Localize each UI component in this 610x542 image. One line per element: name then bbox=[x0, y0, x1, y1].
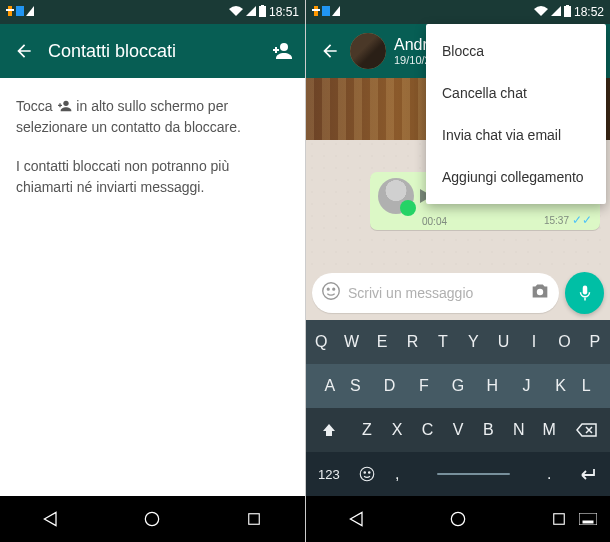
svg-marker-15 bbox=[332, 6, 340, 16]
mic-button[interactable] bbox=[565, 272, 604, 314]
key-m[interactable]: M bbox=[534, 408, 564, 452]
svg-rect-30 bbox=[554, 514, 565, 525]
voice-duration: 00:04 bbox=[422, 216, 447, 227]
app-bar-blocked: Contatti bloccati bbox=[0, 24, 305, 78]
svg-point-10 bbox=[146, 512, 159, 525]
key-v[interactable]: V bbox=[443, 408, 473, 452]
comma-key[interactable]: , bbox=[382, 452, 412, 496]
enter-key[interactable] bbox=[564, 452, 610, 496]
svg-rect-18 bbox=[566, 5, 569, 6]
notif-icon bbox=[332, 5, 340, 19]
nav-home-icon[interactable] bbox=[446, 507, 470, 531]
menu-item-add-shortcut[interactable]: Aggiungi collegamento bbox=[426, 156, 606, 198]
keyboard: QWERTYUIOP ASDFGHJKL ZXCVBNM 123 , . bbox=[306, 320, 610, 496]
nav-home-icon[interactable] bbox=[140, 507, 164, 531]
key-h[interactable]: H bbox=[475, 364, 509, 408]
keyboard-row: 123 , . bbox=[306, 452, 610, 496]
svg-rect-37 bbox=[583, 521, 593, 523]
signal-icon bbox=[551, 5, 561, 19]
status-time: 18:51 bbox=[269, 5, 299, 19]
key-e[interactable]: E bbox=[367, 320, 397, 364]
back-arrow-icon[interactable] bbox=[318, 39, 342, 63]
key-f[interactable]: F bbox=[407, 364, 441, 408]
read-receipt-icon: ✓✓ bbox=[572, 213, 592, 227]
svg-point-27 bbox=[368, 472, 370, 474]
svg-rect-6 bbox=[261, 5, 264, 6]
add-person-icon[interactable] bbox=[269, 39, 293, 63]
nav-recent-icon[interactable] bbox=[242, 507, 266, 531]
space-key[interactable] bbox=[412, 452, 534, 496]
page-title: Contatti bloccati bbox=[48, 41, 257, 62]
svg-marker-28 bbox=[350, 512, 362, 525]
notif-icon bbox=[6, 5, 14, 19]
key-t[interactable]: T bbox=[428, 320, 458, 364]
keyboard-switch-icon[interactable] bbox=[576, 507, 600, 531]
key-r[interactable]: R bbox=[397, 320, 427, 364]
status-bar: 18:52 bbox=[306, 0, 610, 24]
svg-marker-24 bbox=[323, 424, 335, 436]
backspace-key[interactable] bbox=[564, 408, 610, 452]
key-d[interactable]: D bbox=[373, 364, 407, 408]
message-time: 15:37 bbox=[544, 215, 569, 226]
battery-icon bbox=[564, 5, 571, 20]
menu-item-clear-chat[interactable]: Cancella chat bbox=[426, 72, 606, 114]
message-input-row bbox=[306, 268, 610, 320]
key-s[interactable]: S bbox=[338, 364, 372, 408]
nav-back-icon[interactable] bbox=[345, 507, 369, 531]
svg-rect-23 bbox=[584, 298, 586, 301]
blocked-body: Tocca in alto sullo schermo per selezion… bbox=[0, 78, 305, 234]
numbers-key[interactable]: 123 bbox=[306, 452, 352, 496]
key-w[interactable]: W bbox=[336, 320, 366, 364]
key-j[interactable]: J bbox=[509, 364, 543, 408]
android-nav-bar bbox=[306, 496, 610, 542]
key-l[interactable]: L bbox=[578, 364, 595, 408]
shift-key[interactable] bbox=[306, 408, 352, 452]
svg-point-21 bbox=[333, 288, 335, 290]
nav-back-icon[interactable] bbox=[39, 507, 63, 531]
avatar[interactable] bbox=[350, 33, 386, 69]
key-n[interactable]: N bbox=[504, 408, 534, 452]
message-input-box bbox=[312, 273, 559, 313]
svg-rect-1 bbox=[6, 9, 14, 11]
svg-rect-17 bbox=[564, 6, 571, 17]
nav-recent-icon[interactable] bbox=[547, 507, 571, 531]
key-o[interactable]: O bbox=[549, 320, 579, 364]
key-u[interactable]: U bbox=[488, 320, 518, 364]
instruction-text: Tocca in alto sullo schermo per selezion… bbox=[16, 96, 289, 138]
keyboard-row: QWERTYUIOP bbox=[306, 320, 610, 364]
menu-item-block[interactable]: Blocca bbox=[426, 30, 606, 72]
svg-point-7 bbox=[280, 43, 288, 51]
svg-point-25 bbox=[360, 467, 374, 481]
battery-icon bbox=[259, 5, 266, 20]
signal-icon bbox=[246, 5, 256, 19]
period-key[interactable]: . bbox=[534, 452, 564, 496]
svg-rect-11 bbox=[249, 514, 260, 525]
key-g[interactable]: G bbox=[441, 364, 475, 408]
emoji-icon[interactable] bbox=[320, 280, 342, 306]
svg-marker-4 bbox=[246, 6, 256, 16]
key-y[interactable]: Y bbox=[458, 320, 488, 364]
key-q[interactable]: Q bbox=[306, 320, 336, 364]
add-person-inline-icon bbox=[56, 98, 72, 114]
phone-right: 18:52 Andrea 19/10/2015, 19... Blocca Ca… bbox=[305, 0, 610, 542]
svg-rect-2 bbox=[16, 6, 24, 16]
key-x[interactable]: X bbox=[382, 408, 412, 452]
camera-icon[interactable] bbox=[529, 280, 551, 306]
status-bar: 18:51 bbox=[0, 0, 305, 24]
svg-point-20 bbox=[327, 288, 329, 290]
notif-icon bbox=[16, 5, 24, 19]
key-z[interactable]: Z bbox=[352, 408, 382, 452]
emoji-key[interactable] bbox=[352, 452, 382, 496]
wifi-icon bbox=[534, 5, 548, 19]
message-input[interactable] bbox=[348, 285, 523, 301]
key-b[interactable]: B bbox=[473, 408, 503, 452]
overflow-menu: Blocca Cancella chat Invia chat via emai… bbox=[426, 24, 606, 204]
key-k[interactable]: K bbox=[544, 364, 578, 408]
menu-item-email-chat[interactable]: Invia chat via email bbox=[426, 114, 606, 156]
key-i[interactable]: I bbox=[519, 320, 549, 364]
key-c[interactable]: C bbox=[412, 408, 442, 452]
key-p[interactable]: P bbox=[580, 320, 610, 364]
key-a[interactable]: A bbox=[321, 364, 338, 408]
back-arrow-icon[interactable] bbox=[12, 39, 36, 63]
notif-icon bbox=[322, 5, 330, 19]
